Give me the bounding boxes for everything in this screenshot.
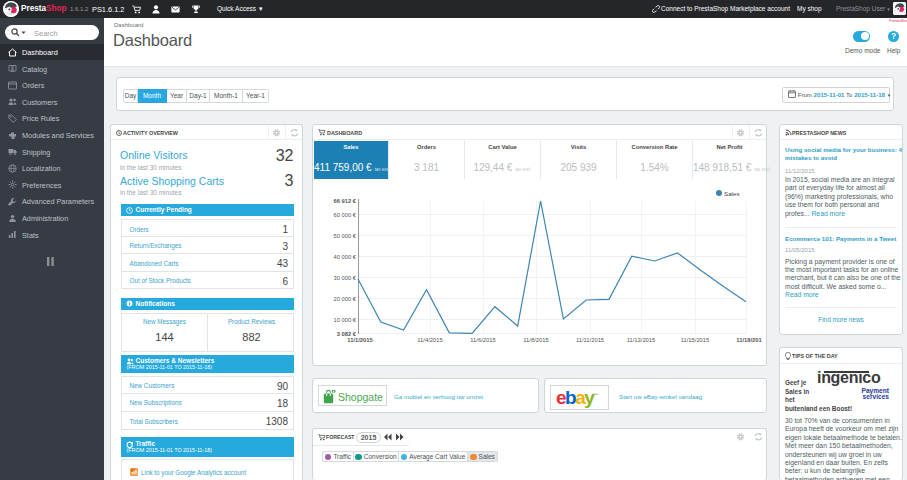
svg-text:11/6/2015: 11/6/2015 bbox=[470, 337, 495, 343]
svg-text:Sales: Sales bbox=[724, 190, 739, 197]
svg-text:40 000 €: 40 000 € bbox=[333, 254, 356, 260]
svg-text:30 000 €: 30 000 € bbox=[333, 275, 356, 281]
svg-text:11/13/2015: 11/13/2015 bbox=[627, 337, 656, 343]
svg-text:10 000 €: 10 000 € bbox=[333, 317, 356, 323]
svg-text:11/8/2015: 11/8/2015 bbox=[523, 337, 548, 343]
svg-text:20 000 €: 20 000 € bbox=[333, 296, 356, 302]
svg-text:66 912 €: 66 912 € bbox=[333, 198, 356, 204]
svg-text:11/1/2015: 11/1/2015 bbox=[347, 337, 373, 343]
svg-text:11/15/2015: 11/15/2015 bbox=[681, 337, 710, 343]
svg-text:60 000 €: 60 000 € bbox=[333, 212, 356, 218]
svg-text:11/18/201: 11/18/201 bbox=[736, 337, 762, 343]
svg-text:11/4/2015: 11/4/2015 bbox=[417, 337, 442, 343]
svg-text:11/11/2015: 11/11/2015 bbox=[576, 337, 604, 343]
svg-text:50 000 €: 50 000 € bbox=[333, 233, 356, 239]
